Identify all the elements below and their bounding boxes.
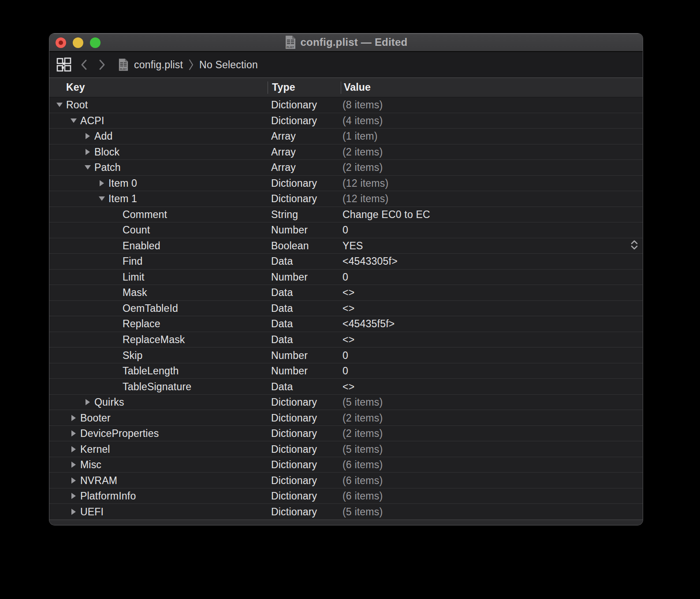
table-row[interactable]: DevicePropertiesDictionary(2 items)	[49, 426, 643, 442]
row-key: UEFI	[80, 506, 104, 518]
disclosure-triangle-closed[interactable]	[71, 509, 77, 515]
row-type: Data	[271, 302, 293, 314]
disclosure-triangle-open[interactable]	[56, 102, 63, 108]
row-value: (2 items)	[343, 428, 383, 440]
table-row[interactable]: RootDictionary(8 items)	[49, 97, 643, 113]
related-items-button[interactable]	[54, 56, 74, 73]
table-row[interactable]: MaskData<>	[49, 285, 643, 301]
table-row[interactable]: BooterDictionary(2 items)	[49, 410, 643, 426]
related-items-grid-icon	[56, 56, 72, 73]
table-row[interactable]: NVRAMDictionary(6 items)	[49, 473, 643, 488]
forward-button[interactable]	[94, 59, 109, 71]
row-key: Patch	[94, 162, 121, 174]
row-value: <>	[343, 302, 354, 314]
row-type: Number	[271, 224, 308, 236]
table-row[interactable]: EnabledBooleanYES	[49, 238, 643, 254]
back-button[interactable]	[77, 59, 92, 71]
row-key: ReplaceMask	[123, 333, 185, 345]
table-row[interactable]: OemTableIdData<>	[49, 301, 643, 317]
titlebar[interactable]: PLIST config.plist — Edited	[49, 33, 643, 52]
table-row[interactable]: QuirksDictionary(5 items)	[49, 395, 643, 410]
row-key: Booter	[80, 412, 111, 424]
column-header-value[interactable]: Value	[344, 78, 371, 97]
row-type: Data	[271, 318, 293, 330]
disclosure-triangle-closed[interactable]	[99, 180, 105, 186]
row-key: Misc	[80, 459, 101, 471]
row-value: (12 items)	[343, 193, 388, 205]
disclosure-triangle-open[interactable]	[71, 118, 77, 124]
row-type: Data	[271, 287, 293, 299]
table-row[interactable]: AddArray(1 item)	[49, 129, 643, 144]
column-header-key[interactable]: Key	[66, 78, 85, 97]
chevron-left-icon	[80, 59, 89, 71]
row-value: (8 items)	[343, 99, 383, 111]
disclosure-triangle-closed[interactable]	[85, 133, 91, 139]
breadcrumb-selection[interactable]: No Selection	[199, 59, 258, 71]
plist-editor-window: PLIST config.plist — Edited	[49, 33, 643, 525]
row-type: Data	[271, 381, 293, 392]
disclosure-triangle-closed[interactable]	[85, 399, 91, 405]
table-row[interactable]: UEFIDictionary(5 items)	[49, 504, 643, 520]
table-row[interactable]: FindData<4543305f>	[49, 254, 643, 270]
disclosure-triangle-closed[interactable]	[71, 430, 77, 436]
column-divider[interactable]	[341, 81, 341, 94]
plist-outline-view: RootDictionary(8 items)ACPIDictionary(4 …	[49, 97, 643, 520]
row-type: Dictionary	[271, 115, 317, 126]
column-header-type[interactable]: Type	[272, 78, 295, 97]
boolean-stepper[interactable]	[629, 239, 639, 253]
row-key: Kernel	[80, 443, 110, 455]
table-row[interactable]: PatchArray(2 items)	[49, 160, 643, 176]
table-row[interactable]: ReplaceData<45435f5f>	[49, 316, 643, 332]
row-key: Enabled	[123, 240, 160, 251]
row-key: Replace	[123, 318, 160, 330]
table-row[interactable]: ACPIDictionary(4 items)	[49, 113, 643, 129]
row-key: Add	[94, 130, 113, 142]
table-row[interactable]: TableSignatureData<>	[49, 379, 643, 395]
table-row[interactable]: SkipNumber0	[49, 348, 643, 363]
row-value: (6 items)	[343, 474, 383, 486]
row-type: Dictionary	[271, 490, 317, 502]
row-type: Dictionary	[271, 396, 317, 408]
row-key: Comment	[123, 208, 167, 220]
column-divider[interactable]	[268, 81, 268, 94]
table-row[interactable]: PlatformInfoDictionary(6 items)	[49, 488, 643, 504]
row-key: Quirks	[94, 396, 124, 408]
disclosure-triangle-closed[interactable]	[71, 493, 77, 499]
table-row[interactable]: CountNumber0	[49, 222, 643, 238]
disclosure-triangle-closed[interactable]	[71, 462, 77, 468]
row-value: <>	[343, 381, 354, 392]
table-row[interactable]: ReplaceMaskData<>	[49, 332, 643, 348]
row-type: Data	[271, 333, 293, 345]
breadcrumb-file[interactable]: config.plist	[134, 59, 183, 71]
table-row[interactable]: MiscDictionary(6 items)	[49, 457, 643, 473]
row-type: Array	[271, 130, 296, 142]
row-key: Count	[123, 224, 150, 236]
row-value: <>	[343, 287, 354, 299]
disclosure-triangle-open[interactable]	[85, 164, 91, 170]
row-value: (4 items)	[343, 115, 383, 126]
row-key: Item 1	[108, 193, 137, 205]
table-row[interactable]: Item 1Dictionary(12 items)	[49, 191, 643, 207]
window-title: config.plist — Edited	[301, 36, 408, 48]
row-key: PlatformInfo	[80, 490, 136, 502]
disclosure-triangle-closed[interactable]	[71, 415, 77, 421]
disclosure-triangle-closed[interactable]	[85, 149, 91, 155]
row-type: Dictionary	[271, 443, 317, 455]
row-type: Number	[271, 271, 308, 283]
row-value: <4543305f>	[343, 255, 398, 267]
table-row[interactable]: CommentStringChange EC0 to EC	[49, 207, 643, 223]
row-value: (5 items)	[343, 506, 383, 518]
table-row[interactable]: LimitNumber0	[49, 270, 643, 285]
jump-bar: PLIST config.plist No Selection	[49, 52, 643, 78]
table-row[interactable]: TableLengthNumber0	[49, 363, 643, 379]
table-row[interactable]: KernelDictionary(5 items)	[49, 441, 643, 457]
table-row[interactable]: BlockArray(2 items)	[49, 144, 643, 160]
table-row[interactable]: Item 0Dictionary(12 items)	[49, 176, 643, 192]
disclosure-triangle-open[interactable]	[99, 196, 105, 202]
table-header: Key Type Value	[49, 78, 643, 97]
disclosure-triangle-closed[interactable]	[71, 446, 77, 452]
disclosure-triangle-closed[interactable]	[71, 477, 77, 484]
plist-document-icon: PLIST	[118, 58, 129, 71]
row-value: (6 items)	[343, 459, 383, 471]
row-value: (6 items)	[343, 490, 383, 502]
